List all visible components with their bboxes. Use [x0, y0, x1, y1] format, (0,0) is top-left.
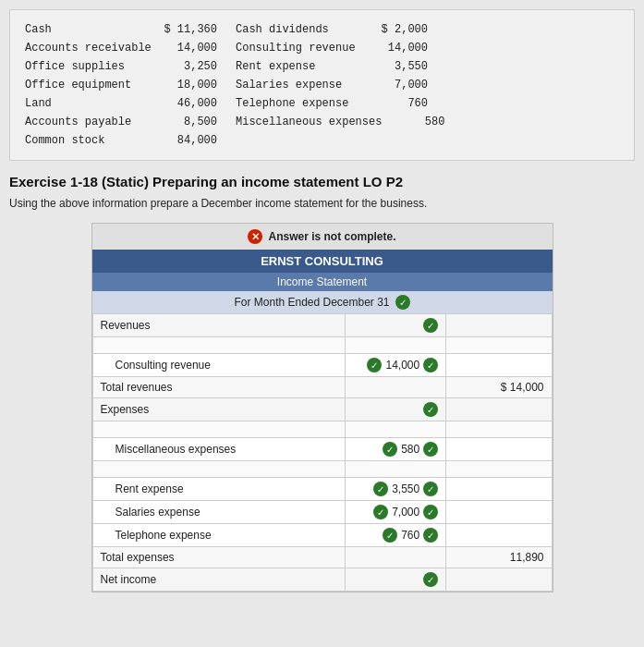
misc-expenses-check2-icon: ✓ [423, 442, 438, 457]
salaries-expense-check-icon: ✓ [373, 505, 388, 519]
account-row: Cash dividends $ 2,000 [236, 21, 444, 38]
salaries-expense-val2-cell [446, 501, 552, 524]
total-expenses-row: Total expenses 11,890 [92, 547, 552, 568]
answer-status-text: Answer is not complete. [268, 230, 395, 243]
right-accounts: Cash dividends $ 2,000 Consulting revenu… [236, 21, 444, 149]
consulting-revenue-check2-icon: ✓ [423, 358, 438, 372]
expenses-label: Expenses [92, 398, 345, 421]
expenses-section-row: Expenses ✓ [92, 398, 552, 421]
account-row: Accounts receivable 14,000 [25, 40, 217, 56]
rent-expense-value-group: ✓ 3,550 ✓ [373, 482, 438, 496]
account-amount: $ 2,000 [372, 21, 428, 38]
consulting-revenue-row: Consulting revenue ✓ 14,000 ✓ [92, 354, 552, 377]
account-amount: 580 [389, 114, 444, 130]
account-amount: 14,000 [162, 40, 217, 56]
empty-row-3 [92, 461, 552, 478]
answer-status-bar: ✕ Answer is not complete. [92, 224, 553, 250]
total-revenues-label: Total revenues [92, 377, 345, 398]
rent-expense-row: Rent expense ✓ 3,550 ✓ [92, 478, 552, 501]
empty-row-2 [92, 421, 552, 438]
rent-expense-val2-cell [446, 478, 552, 501]
total-revenues-value-cell: $ 14,000 [446, 377, 552, 398]
exercise-description: Using the above information prepare a De… [9, 197, 635, 210]
left-accounts: Cash $ 11,360 Accounts receivable 14,000… [25, 21, 217, 149]
account-name: Cash [25, 21, 154, 38]
salaries-expense-value-group: ✓ 7,000 ✓ [373, 505, 438, 519]
empty-row-1 [92, 337, 552, 354]
consulting-revenue-val2-cell [446, 354, 552, 377]
telephone-expense-value-cell: ✓ 760 ✓ [345, 524, 445, 547]
telephone-expense-label: Telephone expense [92, 524, 345, 547]
revenues-val2-cell [446, 314, 552, 337]
telephone-expense-value-group: ✓ 760 ✓ [383, 528, 438, 543]
total-expenses-label: Total expenses [92, 547, 345, 568]
account-row: Rent expense 3,550 [236, 58, 444, 75]
expenses-check-cell: ✓ [345, 398, 445, 421]
rent-expense-check-icon: ✓ [373, 482, 388, 496]
consulting-revenue-value-cell: ✓ 14,000 ✓ [345, 354, 445, 377]
misc-expenses-row: Miscellaneous expenses ✓ 580 ✓ [92, 438, 552, 461]
account-row: Office equipment 18,000 [25, 77, 217, 93]
telephone-expense-val2-cell [446, 524, 552, 547]
account-row: Land 46,000 [25, 95, 217, 112]
rent-expense-check2-icon: ✓ [423, 482, 438, 496]
period-header: For Month Ended December 31 ✓ [92, 291, 553, 313]
account-row: Telephone expense 760 [236, 95, 444, 112]
telephone-expense-row: Telephone expense ✓ 760 ✓ [92, 524, 552, 547]
consulting-revenue-value: 14,000 [385, 359, 419, 372]
telephone-expense-value: 760 [401, 529, 419, 542]
net-income-check-icon: ✓ [423, 572, 438, 587]
account-amount: 760 [372, 95, 428, 112]
account-name: Land [25, 95, 154, 112]
consulting-revenue-value-group: ✓ 14,000 ✓ [367, 358, 438, 372]
net-income-row: Net income ✓ [92, 568, 552, 592]
total-expenses-value-cell: 11,890 [446, 547, 552, 568]
account-name: Salaries expense [236, 77, 365, 93]
account-amount: 7,000 [372, 77, 428, 93]
rent-expense-label: Rent expense [92, 478, 345, 501]
net-income-val2-cell [446, 568, 552, 592]
consulting-revenue-check-icon: ✓ [367, 358, 382, 372]
net-income-check-cell: ✓ [345, 568, 445, 592]
revenues-section-row: Revenues ✓ [92, 314, 552, 337]
account-row: Accounts payable 8,500 [25, 114, 217, 130]
salaries-expense-label: Salaries expense [92, 501, 345, 524]
expenses-val2-cell [446, 398, 552, 421]
account-row: Common stock 84,000 [25, 132, 217, 149]
account-name: Office supplies [25, 58, 154, 75]
salaries-expense-check2-icon: ✓ [423, 505, 438, 519]
account-row: Salaries expense 7,000 [236, 77, 444, 93]
misc-expenses-value-group: ✓ 580 ✓ [383, 442, 438, 457]
account-row: Consulting revenue 14,000 [236, 40, 444, 56]
x-icon: ✕ [248, 229, 262, 244]
account-amount: 18,000 [162, 77, 217, 93]
account-name: Accounts receivable [25, 40, 154, 56]
total-expenses-val1-cell [345, 547, 445, 568]
account-name: Rent expense [236, 58, 365, 75]
account-name: Common stock [25, 132, 154, 149]
account-name: Office equipment [25, 77, 154, 93]
misc-expenses-check-icon: ✓ [383, 442, 397, 457]
account-amount: 3,250 [162, 58, 217, 75]
account-amount: 84,000 [162, 132, 217, 149]
expenses-check-icon: ✓ [423, 402, 438, 417]
top-accounts-section: Cash $ 11,360 Accounts receivable 14,000… [9, 9, 635, 161]
account-amount: 46,000 [162, 95, 217, 112]
company-name: ERNST CONSULTING [92, 250, 553, 273]
period-text: For Month Ended December 31 [234, 296, 389, 309]
total-revenues-value: $ 14,000 [501, 381, 544, 394]
total-expenses-value: 11,890 [510, 551, 544, 564]
account-row: Cash $ 11,360 [25, 21, 217, 38]
account-row: Miscellaneous expenses 580 [236, 114, 444, 130]
consulting-revenue-label: Consulting revenue [92, 354, 345, 377]
answer-box: ✕ Answer is not complete. ERNST CONSULTI… [91, 223, 553, 592]
misc-expenses-val2-cell [446, 438, 552, 461]
salaries-expense-row: Salaries expense ✓ 7,000 ✓ [92, 501, 552, 524]
revenues-check-icon: ✓ [423, 318, 438, 333]
account-name: Telephone expense [236, 95, 365, 112]
misc-expenses-value: 580 [401, 443, 419, 456]
salaries-expense-value-cell: ✓ 7,000 ✓ [345, 501, 445, 524]
total-revenues-row: Total revenues $ 14,000 [92, 377, 552, 398]
revenues-label: Revenues [92, 314, 345, 337]
income-statement-table: Revenues ✓ Consulting revenue ✓ 14,000 ✓ [92, 313, 553, 592]
